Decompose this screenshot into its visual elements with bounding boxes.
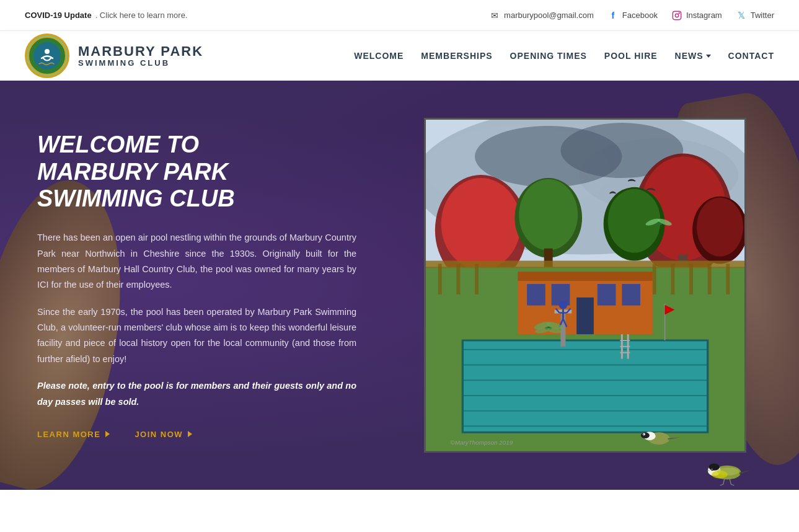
hero-buttons: LEARN MORE JOIN NOW: [37, 430, 356, 439]
hero-section: WELCOME TO MARBURY PARK SWIMMING CLUB Th…: [0, 81, 799, 490]
svg-rect-38: [527, 284, 545, 306]
nav-links: WELCOME MEMBERSHIPS OPENING TIMES POOL H…: [354, 48, 774, 63]
nav-opening-times[interactable]: OPENING TIMES: [510, 48, 587, 63]
svg-rect-41: [622, 284, 640, 306]
svg-line-91: [730, 479, 731, 485]
hero-body-bold: Please note, entry to the pool is for me…: [37, 378, 356, 410]
hero-content: WELCOME TO MARBURY PARK SWIMMING CLUB Th…: [0, 81, 799, 490]
nav-memberships[interactable]: MEMBERSHIPS: [421, 48, 492, 63]
svg-rect-40: [598, 284, 616, 306]
hero-title-line2: MARBURY PARK: [37, 159, 356, 186]
learn-more-button[interactable]: LEARN MORE: [37, 430, 110, 439]
svg-point-82: [643, 433, 645, 435]
hero-title-line1: WELCOME TO: [37, 131, 356, 159]
svg-point-87: [712, 469, 713, 470]
svg-line-90: [723, 479, 725, 485]
covid-update-label[interactable]: COVID-19 Update: [25, 11, 92, 20]
join-now-button[interactable]: JOIN NOW: [135, 430, 192, 439]
logo-title: MARBURY PARK: [78, 44, 203, 59]
logo-circle: [25, 33, 69, 78]
logo-area: MARBURY PARK SWIMMING CLUB: [25, 33, 203, 78]
email-link[interactable]: ✉ marburypool@gmail.com: [489, 10, 594, 21]
svg-line-92: [720, 484, 723, 485]
email-address: marburypool@gmail.com: [504, 11, 594, 20]
svg-point-55: [559, 301, 568, 309]
learn-more-arrow-icon: [105, 431, 110, 437]
svg-rect-33: [689, 264, 693, 294]
pool-svg: ©MaryThompson 2019: [426, 120, 744, 451]
svg-point-89: [712, 471, 728, 479]
svg-rect-31: [653, 264, 656, 294]
svg-rect-35: [726, 264, 730, 294]
instagram-label: Instagram: [686, 11, 722, 20]
svg-rect-43: [462, 340, 707, 432]
covid-update-text: . Click here to learn more.: [95, 11, 188, 20]
instagram-link[interactable]: Instagram: [671, 10, 722, 21]
facebook-label: Facebook: [622, 11, 658, 20]
hero-body-para2: Since the early 1970s, the pool has been…: [37, 304, 356, 368]
hero-title: WELCOME TO MARBURY PARK SWIMMING CLUB: [37, 131, 356, 213]
svg-point-5: [45, 49, 50, 54]
twitter-link[interactable]: 𝕏 Twitter: [736, 10, 774, 21]
svg-rect-27: [426, 260, 744, 268]
nav-welcome[interactable]: WELCOME: [354, 48, 404, 63]
hero-title-line3: SWIMMING CLUB: [37, 185, 356, 213]
svg-point-1: [675, 14, 678, 17]
navbar: MARBURY PARK SWIMMING CLUB WELCOME MEMBE…: [0, 31, 799, 81]
logo-subtitle: SWIMMING CLUB: [78, 59, 203, 68]
svg-rect-32: [671, 264, 675, 294]
facebook-icon: f: [607, 10, 619, 21]
svg-rect-42: [576, 298, 594, 334]
join-now-arrow-icon: [188, 431, 192, 437]
svg-point-85: [709, 464, 720, 471]
svg-point-25: [697, 198, 743, 257]
hero-image-area: ©MaryThompson 2019: [394, 118, 777, 453]
svg-rect-37: [518, 272, 652, 281]
bottom-section: [0, 490, 799, 532]
svg-rect-28: [438, 264, 442, 294]
hero-text: WELCOME TO MARBURY PARK SWIMMING CLUB Th…: [37, 131, 369, 439]
news-chevron-icon: [706, 55, 711, 58]
logo-svg: [28, 37, 66, 75]
top-bar: COVID-19 Update . Click here to learn mo…: [0, 0, 799, 31]
svg-rect-30: [475, 264, 479, 294]
bird-below-illustration: [702, 453, 752, 490]
nav-news[interactable]: NEWS: [675, 48, 711, 63]
nav-contact[interactable]: CONTACT: [728, 48, 774, 63]
instagram-icon: [671, 10, 682, 21]
svg-rect-0: [673, 11, 681, 19]
svg-point-2: [679, 12, 679, 13]
svg-rect-34: [708, 264, 712, 294]
svg-line-93: [731, 484, 735, 485]
svg-text:©MaryThompson 2019: ©MaryThompson 2019: [451, 439, 513, 446]
logo-text: MARBURY PARK SWIMMING CLUB: [78, 44, 203, 68]
twitter-icon: 𝕏: [736, 10, 747, 21]
top-bar-left: COVID-19 Update . Click here to learn mo…: [25, 11, 187, 20]
top-bar-right: ✉ marburypool@gmail.com f Facebook Insta…: [489, 10, 774, 21]
hero-body-para1: There has been an open air pool nestling…: [37, 230, 356, 293]
svg-point-14: [441, 178, 521, 270]
twitter-label: Twitter: [751, 11, 774, 20]
svg-point-17: [519, 179, 578, 250]
email-icon: ✉: [489, 10, 500, 21]
pool-illustration: ©MaryThompson 2019: [424, 118, 746, 453]
svg-point-80: [641, 432, 650, 438]
svg-rect-29: [457, 264, 461, 294]
nav-pool-hire[interactable]: POOL HIRE: [604, 48, 658, 63]
facebook-link[interactable]: f Facebook: [607, 10, 658, 21]
